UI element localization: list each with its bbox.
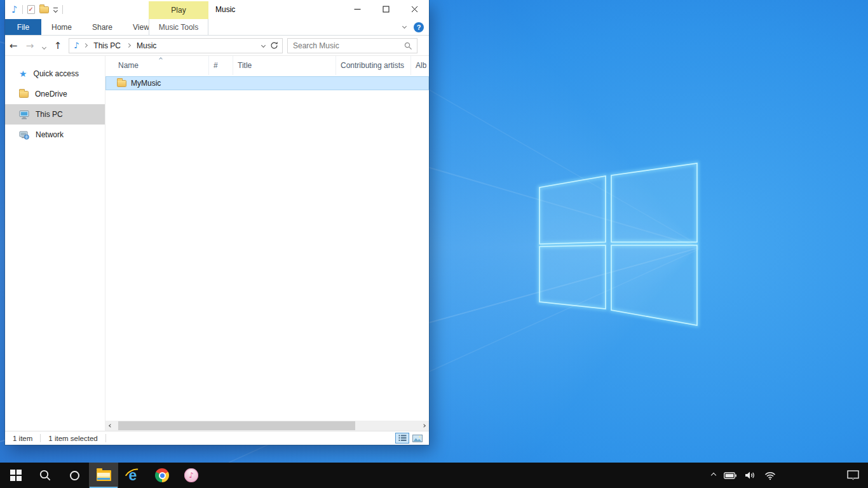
column-header-name[interactable]: Name (105, 56, 209, 75)
volume-tray-button[interactable] (745, 471, 756, 480)
titlebar[interactable]: ♪ ✓ Play Music (5, 0, 429, 19)
forward-button[interactable]: → (22, 38, 38, 53)
contextual-tab-play[interactable]: Play (149, 1, 208, 19)
music-note-window-icon: ♪ (11, 5, 18, 15)
play-tab-label: Play (171, 6, 186, 15)
help-button[interactable]: ? (414, 22, 424, 32)
battery-icon (724, 472, 736, 479)
scrollbar-thumb[interactable] (118, 421, 355, 430)
refresh-button[interactable] (270, 41, 278, 50)
windows-start-icon (10, 470, 22, 481)
search-input[interactable] (288, 39, 417, 53)
wifi-tray-button[interactable] (764, 471, 776, 480)
breadcrumb-this-pc[interactable]: This PC (92, 41, 122, 50)
sidebar-item-quick-access[interactable]: ★ Quick access (5, 64, 105, 84)
search-icon[interactable] (404, 42, 412, 50)
scroll-left-button[interactable] (105, 421, 116, 431)
horizontal-scrollbar[interactable] (105, 421, 429, 431)
navigation-pane: ★ Quick access OneDrive This PC (5, 56, 105, 431)
chevron-down-icon (261, 43, 266, 48)
column-header-number[interactable]: # (209, 56, 233, 75)
taskbar-file-explorer-button[interactable] (89, 463, 118, 488)
chevron-down-icon (41, 44, 46, 49)
item-count: 1 item (5, 435, 40, 442)
breadcrumb-music[interactable]: Music (135, 41, 158, 50)
tab-file[interactable]: File (5, 19, 41, 35)
chevron-right-icon (422, 424, 426, 428)
tab-share[interactable]: Share (82, 19, 123, 35)
customize-quick-access-button[interactable] (53, 8, 58, 12)
up-button[interactable]: ↑ (50, 38, 66, 53)
quick-access-star-icon: ★ (19, 69, 27, 78)
column-header-album[interactable]: Alb (411, 56, 429, 75)
scroll-right-button[interactable] (419, 421, 429, 431)
column-header-title[interactable]: Title (233, 56, 336, 75)
tab-home[interactable]: Home (41, 19, 82, 35)
taskbar: e ♪ (0, 463, 868, 488)
music-note-location-icon: ♪ (74, 41, 79, 50)
ribbon-right-controls: ? (403, 19, 424, 36)
taskbar-chrome-button[interactable] (147, 463, 177, 488)
chevron-down-icon (53, 8, 58, 12)
details-view-button[interactable] (395, 433, 409, 444)
column-label: Title (233, 61, 252, 70)
ribbon-tabs: File Home Share View Music Tools ? (5, 19, 429, 36)
this-pc-monitor-icon (19, 110, 29, 119)
column-label: Name (105, 61, 139, 70)
details-view-icon (398, 435, 407, 442)
taskbar-internet-explorer-button[interactable]: e (118, 463, 147, 488)
search-icon (39, 469, 51, 482)
sidebar-item-onedrive[interactable]: OneDrive (5, 84, 105, 104)
sort-ascending-icon (159, 57, 163, 61)
cortana-button[interactable] (60, 463, 89, 488)
column-header-contributing-artists[interactable]: Contributing artists (336, 56, 411, 75)
separator (105, 434, 106, 442)
sidebar-item-network[interactable]: Network (5, 125, 105, 145)
breadcrumb-chevron-icon (83, 43, 88, 48)
battery-tray-button[interactable] (724, 472, 736, 479)
wifi-icon (764, 471, 776, 480)
action-center-icon (847, 470, 859, 480)
sidebar-item-this-pc[interactable]: This PC (5, 104, 105, 125)
content-area: ★ Quick access OneDrive This PC (5, 56, 429, 431)
chrome-icon (155, 468, 169, 482)
recent-locations-button[interactable] (38, 38, 50, 53)
back-button[interactable]: ← (5, 38, 22, 53)
folder-icon (117, 80, 126, 87)
nav-arrows: ← → ↑ (5, 38, 66, 53)
quick-access-toolbar: ♪ ✓ (5, 5, 63, 15)
minimize-button[interactable] (343, 0, 372, 18)
new-folder-icon (39, 6, 49, 13)
file-row-mymusic[interactable]: MyMusic (105, 76, 429, 90)
status-bar: 1 item 1 item selected (5, 431, 429, 445)
view-switcher (395, 433, 429, 444)
breadcrumb-chevron-icon (126, 43, 131, 48)
start-button[interactable] (1, 463, 31, 488)
network-computer-icon (19, 130, 29, 140)
show-hidden-icons-button[interactable] (712, 473, 715, 477)
search-box (287, 38, 417, 53)
explorer-window: ♪ ✓ Play Music (5, 0, 429, 445)
onedrive-folder-icon (19, 91, 29, 98)
help-glyph: ? (417, 24, 421, 31)
system-tray (712, 463, 776, 488)
address-bar[interactable]: ♪ This PC Music (69, 38, 283, 53)
chevron-left-icon (109, 424, 112, 428)
close-button[interactable] (400, 0, 429, 18)
separator (62, 5, 63, 14)
new-folder-button[interactable] (39, 6, 49, 13)
properties-button[interactable]: ✓ (27, 5, 35, 14)
separator (22, 5, 23, 14)
maximize-button[interactable] (372, 0, 400, 18)
thumbnails-view-button[interactable] (410, 433, 424, 444)
taskbar-search-button[interactable] (31, 463, 60, 488)
taskbar-itunes-button[interactable]: ♪ (177, 463, 206, 488)
expand-ribbon-button[interactable] (403, 25, 406, 28)
selected-count: 1 item selected (41, 435, 105, 442)
maximize-icon (383, 6, 390, 13)
file-list-body[interactable]: MyMusic (105, 75, 429, 421)
action-center-button[interactable] (847, 463, 859, 488)
address-dropdown-button[interactable] (262, 44, 265, 47)
tab-music-tools[interactable]: Music Tools (149, 19, 208, 36)
column-label: # (209, 61, 218, 70)
